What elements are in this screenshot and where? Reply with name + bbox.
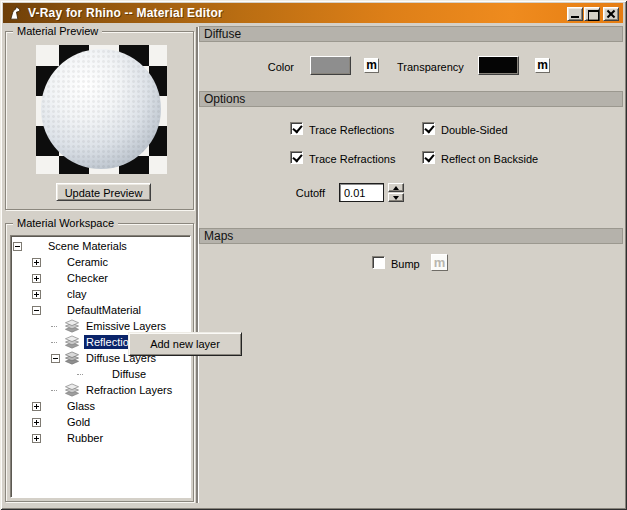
bump-map-button[interactable]: m	[431, 254, 448, 271]
tree-item-rubber[interactable]: Rubber	[11, 430, 190, 446]
tree-connector	[51, 390, 57, 391]
tree-connector	[51, 326, 57, 327]
diffuse-color-map-button[interactable]: m	[364, 58, 379, 73]
tree-item-gold[interactable]: Gold	[11, 414, 190, 430]
material-editor-window: V-Ray for Rhino -- Material Editor Mater…	[0, 0, 627, 510]
tree-item-checker[interactable]: Checker	[11, 270, 190, 286]
material-preview-group: Material Preview Update Preview	[5, 31, 194, 210]
bump-checkbox[interactable]	[372, 256, 385, 269]
material-workspace-label: Material Workspace	[13, 217, 118, 229]
transparency-swatch[interactable]	[478, 56, 519, 75]
maps-section-header: Maps	[199, 228, 623, 244]
tree-item-refraction-layers[interactable]: Refraction Layers	[11, 382, 190, 398]
reflect-on-backside-label: Reflect on Backside	[441, 153, 538, 165]
layers-stack-icon	[64, 351, 80, 366]
material-tree[interactable]: Scene Materials Ceramic Checker clay	[10, 235, 191, 498]
transparency-label: Transparency	[397, 61, 464, 73]
tree-item-clay[interactable]: clay	[11, 286, 190, 302]
cutoff-label: Cutoff	[278, 187, 325, 199]
material-preview-image	[36, 45, 167, 174]
double-sided-label: Double-Sided	[441, 124, 508, 136]
transparency-map-button[interactable]: m	[535, 58, 550, 73]
options-section-header: Options	[199, 91, 623, 107]
expander-plus-icon[interactable]	[32, 274, 41, 283]
preview-sphere	[41, 49, 161, 169]
expander-minus-icon[interactable]	[13, 242, 22, 251]
tree-connector	[77, 374, 83, 375]
material-sphere-icon	[45, 431, 61, 446]
expander-plus-icon[interactable]	[32, 402, 41, 411]
cutoff-spinner	[388, 183, 404, 202]
tree-item-diffuse[interactable]: Diffuse	[11, 366, 190, 382]
minimize-icon[interactable]	[567, 7, 583, 21]
material-sphere-icon	[45, 255, 61, 270]
expander-minus-icon[interactable]	[32, 306, 41, 315]
diffuse-color-swatch[interactable]	[310, 56, 351, 75]
trace-refractions-checkbox[interactable]	[290, 151, 303, 164]
material-preview-label: Material Preview	[13, 25, 102, 37]
window-title: V-Ray for Rhino -- Material Editor	[28, 6, 223, 20]
context-menu: Add new layer	[128, 332, 242, 356]
bump-label: Bump	[391, 258, 420, 270]
material-sphere-icon	[45, 399, 61, 414]
expander-minus-icon[interactable]	[51, 354, 60, 363]
layers-stack-icon	[64, 319, 80, 334]
double-sided-checkbox[interactable]	[422, 122, 435, 135]
tree-item-glass[interactable]: Glass	[11, 398, 190, 414]
expander-plus-icon[interactable]	[32, 434, 41, 443]
trace-reflections-label: Trace Reflections	[309, 124, 394, 136]
spinner-down-icon[interactable]	[388, 193, 404, 202]
cutoff-input[interactable]	[339, 183, 384, 202]
material-sphere-icon	[45, 303, 61, 318]
expander-plus-icon[interactable]	[32, 290, 41, 299]
layers-stack-icon	[64, 383, 80, 398]
expander-plus-icon[interactable]	[32, 258, 41, 267]
update-preview-button[interactable]: Update Preview	[56, 183, 151, 201]
vray-logo-icon	[8, 6, 23, 21]
tree-item-defaultmaterial[interactable]: DefaultMaterial	[11, 302, 190, 318]
close-icon[interactable]	[603, 7, 619, 21]
material-sphere-icon	[26, 239, 42, 254]
expander-plus-icon[interactable]	[32, 418, 41, 427]
tree-connector	[51, 342, 57, 343]
tree-item-scene-materials[interactable]: Scene Materials	[11, 238, 190, 254]
material-sphere-icon	[90, 367, 106, 382]
maximize-icon[interactable]	[584, 7, 600, 21]
color-label: Color	[240, 61, 294, 73]
trace-refractions-label: Trace Refractions	[309, 153, 395, 165]
menu-item-add-new-layer[interactable]: Add new layer	[129, 333, 241, 355]
layers-stack-icon	[64, 335, 80, 350]
material-sphere-icon	[45, 271, 61, 286]
titlebar[interactable]: V-Ray for Rhino -- Material Editor	[3, 3, 623, 23]
reflect-on-backside-checkbox[interactable]	[422, 151, 435, 164]
spinner-up-icon[interactable]	[388, 183, 404, 192]
material-sphere-icon	[45, 415, 61, 430]
trace-reflections-checkbox[interactable]	[290, 122, 303, 135]
material-workspace-group: Material Workspace Scene Materials Ceram…	[5, 223, 194, 502]
diffuse-section-header: Diffuse	[199, 26, 623, 42]
material-sphere-icon	[45, 287, 61, 302]
tree-item-ceramic[interactable]: Ceramic	[11, 254, 190, 270]
